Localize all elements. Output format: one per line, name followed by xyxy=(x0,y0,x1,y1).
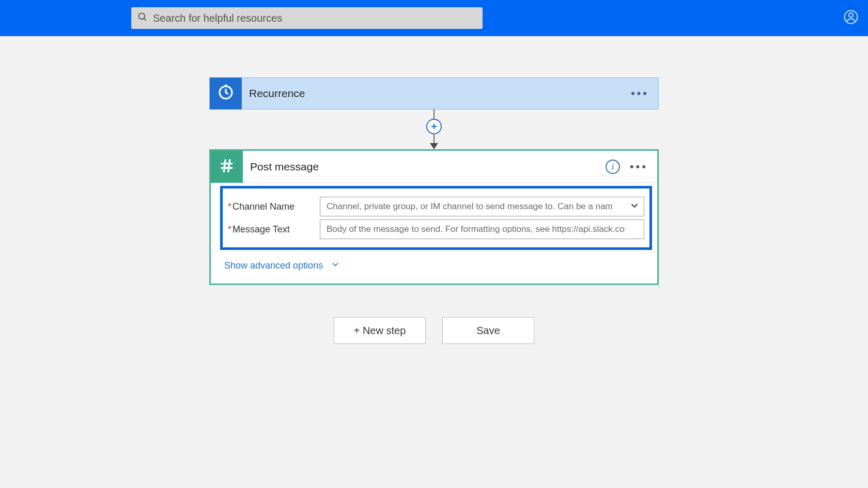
required-mark: * xyxy=(228,201,231,212)
flow-canvas: Recurrence ••• + Post message i ••• xyxy=(0,36,868,344)
slack-badge xyxy=(211,151,243,183)
svg-line-7 xyxy=(224,160,225,171)
connector-line xyxy=(433,134,435,144)
card-recurrence[interactable]: Recurrence ••• xyxy=(209,77,659,109)
field-message-text: *Message Text xyxy=(228,219,644,239)
arrow-down-icon xyxy=(430,143,438,149)
clock-icon xyxy=(217,84,235,103)
plus-icon: + xyxy=(431,121,437,133)
svg-line-8 xyxy=(228,160,230,171)
message-text-input[interactable] xyxy=(320,219,644,239)
field-channel-name: *Channel Name xyxy=(228,197,644,216)
footer-buttons: + New step Save xyxy=(334,317,534,344)
account-icon[interactable] xyxy=(843,9,859,27)
add-step-inline-button[interactable]: + xyxy=(426,119,442,134)
svg-line-1 xyxy=(144,19,146,21)
message-text-input-wrap xyxy=(320,219,644,239)
recurrence-badge xyxy=(210,77,242,109)
advanced-options-label: Show advanced options xyxy=(224,260,323,271)
channel-name-label: *Channel Name xyxy=(228,201,320,212)
channel-name-input-wrap xyxy=(320,197,644,216)
search-icon xyxy=(137,12,148,24)
fields-highlight: *Channel Name *Message Text xyxy=(220,186,652,250)
ellipsis-icon: ••• xyxy=(630,160,648,173)
recurrence-menu-button[interactable]: ••• xyxy=(631,87,649,100)
channel-name-input[interactable] xyxy=(320,197,644,216)
show-advanced-options[interactable]: Show advanced options xyxy=(211,253,657,284)
info-button[interactable]: i xyxy=(606,160,620,174)
connector-line xyxy=(433,109,435,119)
recurrence-title: Recurrence xyxy=(249,87,305,100)
new-step-button[interactable]: + New step xyxy=(334,317,426,344)
top-bar xyxy=(0,0,868,36)
search-box xyxy=(131,7,483,29)
card-post-message: Post message i ••• *Channel Name xyxy=(209,149,659,285)
post-title: Post message xyxy=(250,161,319,173)
required-mark: * xyxy=(228,224,231,234)
info-icon: i xyxy=(612,162,614,172)
post-header[interactable]: Post message i ••• xyxy=(211,151,657,183)
chevron-down-icon xyxy=(330,259,340,272)
save-button[interactable]: Save xyxy=(442,317,534,344)
search-input[interactable] xyxy=(153,12,476,24)
ellipsis-icon: ••• xyxy=(631,87,649,100)
message-text-label: *Message Text xyxy=(228,224,320,235)
post-menu-button[interactable]: ••• xyxy=(630,160,648,174)
svg-point-0 xyxy=(139,13,145,20)
hash-icon xyxy=(218,157,236,177)
svg-point-3 xyxy=(849,13,853,17)
